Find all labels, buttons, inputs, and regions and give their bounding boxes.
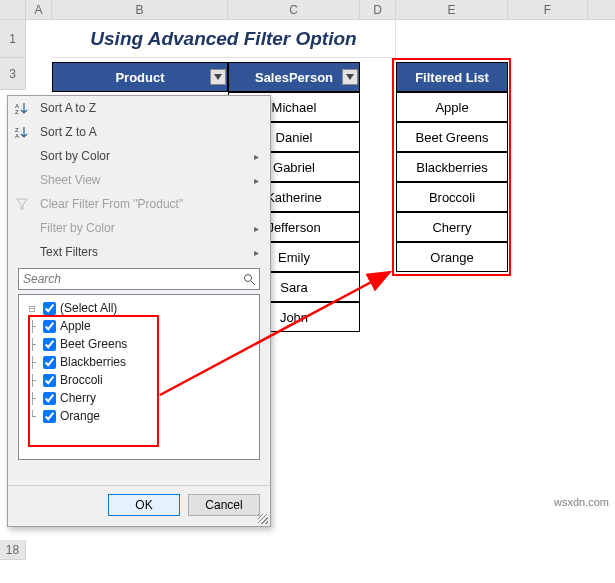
col-A[interactable]: A: [26, 0, 52, 19]
filter-color: Filter by Color ▸: [8, 216, 270, 240]
chevron-down-icon: [214, 74, 222, 80]
sort-color-label: Sort by Color: [36, 149, 254, 163]
cell-filtered[interactable]: Apple: [396, 92, 508, 122]
filter-color-label: Filter by Color: [36, 221, 254, 235]
col-B[interactable]: B: [52, 0, 228, 19]
tree-item-label: Beet Greens: [60, 337, 127, 351]
clear-filter-label: Clear Filter From "Product": [36, 197, 270, 211]
row-18[interactable]: 18: [0, 540, 26, 560]
checkbox[interactable]: [43, 338, 56, 351]
search-input[interactable]: [19, 272, 239, 286]
svg-line-5: [251, 281, 255, 285]
svg-text:A: A: [15, 133, 19, 139]
chevron-right-icon: ▸: [254, 175, 270, 186]
sort-desc[interactable]: ZA Sort Z to A: [8, 120, 270, 144]
tree-item-label: Apple: [60, 319, 91, 333]
filter-button-salesperson[interactable]: [342, 69, 358, 85]
select-all-corner[interactable]: [0, 0, 26, 19]
filter-button-product[interactable]: [210, 69, 226, 85]
filter-value-tree[interactable]: ⊟(Select All) ├Apple ├Beet Greens ├Black…: [18, 294, 260, 460]
sort-asc-label: Sort A to Z: [36, 101, 270, 115]
tree-item-label: Orange: [60, 409, 100, 423]
cell-filtered[interactable]: Beet Greens: [396, 122, 508, 152]
tree-item-label: Broccoli: [60, 373, 103, 387]
tree-item-label: (Select All): [60, 301, 117, 315]
chevron-right-icon: ▸: [254, 223, 270, 234]
tree-item[interactable]: ├Cherry: [21, 389, 257, 407]
col-F[interactable]: F: [508, 0, 588, 19]
tree-item[interactable]: └Orange: [21, 407, 257, 425]
sort-desc-label: Sort Z to A: [36, 125, 270, 139]
tree-item[interactable]: ├Apple: [21, 317, 257, 335]
header-filtered: Filtered List: [396, 62, 508, 92]
row-headers: 1 3: [0, 20, 26, 90]
tree-item[interactable]: ├Broccoli: [21, 371, 257, 389]
svg-point-4: [244, 274, 251, 281]
header-product: Product: [52, 62, 228, 92]
checkbox[interactable]: [43, 374, 56, 387]
watermark: wsxdn.com: [554, 496, 609, 508]
chevron-right-icon: ▸: [254, 151, 270, 162]
row-1[interactable]: 1: [0, 20, 26, 58]
search-box[interactable]: [18, 268, 260, 290]
tree-item[interactable]: ├Blackberries: [21, 353, 257, 371]
search-icon: [239, 273, 259, 286]
checkbox[interactable]: [43, 356, 56, 369]
col-D[interactable]: D: [360, 0, 396, 19]
row-3[interactable]: 3: [0, 58, 26, 90]
cell-filtered[interactable]: Blackberries: [396, 152, 508, 182]
sort-asc-icon: AZ: [8, 101, 36, 115]
header-salesperson-label: SalesPerson: [255, 70, 333, 85]
header-filtered-label: Filtered List: [415, 70, 489, 85]
checkbox[interactable]: [43, 302, 56, 315]
col-C[interactable]: C: [228, 0, 360, 19]
clear-filter: Clear Filter From "Product": [8, 192, 270, 216]
sheet-view-label: Sheet View: [36, 173, 254, 187]
text-filters-label: Text Filters: [36, 245, 254, 259]
checkbox[interactable]: [43, 320, 56, 333]
filter-dropdown: AZ Sort A to Z ZA Sort Z to A Sort by Co…: [7, 95, 271, 527]
sheet-view: Sheet View ▸: [8, 168, 270, 192]
chevron-right-icon: ▸: [254, 247, 270, 258]
cell-filtered[interactable]: Cherry: [396, 212, 508, 242]
sort-desc-icon: ZA: [8, 125, 36, 139]
cell-filtered[interactable]: Broccoli: [396, 182, 508, 212]
tree-item[interactable]: ⊟(Select All): [21, 299, 257, 317]
tree-item-label: Cherry: [60, 391, 96, 405]
sort-color[interactable]: Sort by Color ▸: [8, 144, 270, 168]
svg-text:Z: Z: [15, 109, 19, 115]
page-title: Using Advanced Filter Option: [52, 20, 396, 58]
header-product-label: Product: [115, 70, 164, 85]
checkbox[interactable]: [43, 410, 56, 423]
col-E[interactable]: E: [396, 0, 508, 19]
text-filters[interactable]: Text Filters ▸: [8, 240, 270, 264]
header-salesperson: SalesPerson: [228, 62, 360, 92]
cell-filtered[interactable]: Orange: [396, 242, 508, 272]
clear-filter-icon: [8, 197, 36, 211]
sort-asc[interactable]: AZ Sort A to Z: [8, 96, 270, 120]
cancel-button[interactable]: Cancel: [188, 494, 260, 516]
chevron-down-icon: [346, 74, 354, 80]
checkbox[interactable]: [43, 392, 56, 405]
tree-item[interactable]: ├Beet Greens: [21, 335, 257, 353]
ok-button[interactable]: OK: [108, 494, 180, 516]
resize-grip[interactable]: [258, 514, 268, 524]
tree-item-label: Blackberries: [60, 355, 126, 369]
column-headers: A B C D E F: [0, 0, 615, 20]
